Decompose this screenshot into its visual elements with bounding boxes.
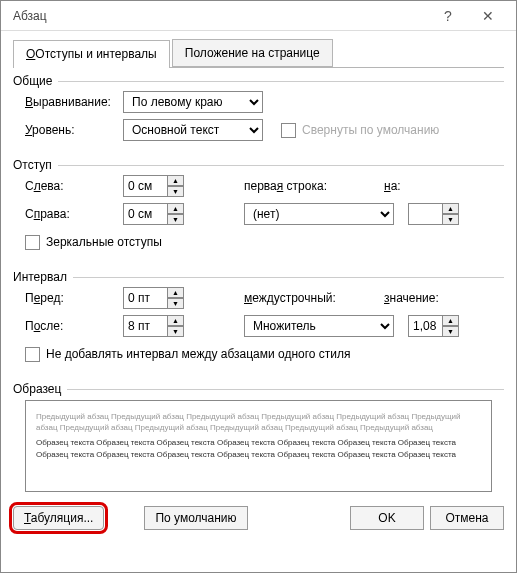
spin-down[interactable]: ▼: [167, 186, 184, 197]
level-label: Уровень:: [13, 123, 123, 137]
spin-down[interactable]: ▼: [167, 214, 184, 225]
collapse-label: Свернуты по умолчанию: [302, 123, 439, 137]
tab-indents[interactable]: ООтступы и интервалы: [13, 40, 170, 68]
spin-up[interactable]: ▲: [442, 315, 459, 326]
tabs-button[interactable]: Табуляция...: [13, 506, 104, 530]
collapse-checkbox: [281, 123, 296, 138]
spin-up[interactable]: ▲: [167, 203, 184, 214]
preview-box: Предыдущий абзац Предыдущий абзац Предыд…: [25, 400, 492, 492]
mirror-checkbox[interactable]: [25, 235, 40, 250]
spin-up[interactable]: ▲: [167, 175, 184, 186]
left-spinner[interactable]: ▲▼: [123, 175, 184, 197]
default-button[interactable]: По умолчанию: [144, 506, 247, 530]
group-common: Общие: [13, 74, 58, 88]
spacing-label: междустрочный:: [244, 291, 384, 305]
value-label: значение:: [384, 291, 439, 305]
first-line-label: первая строка:: [244, 179, 384, 193]
group-indent: Отступ: [13, 158, 58, 172]
group-interval: Интервал: [13, 270, 73, 284]
group-sample: Образец: [13, 382, 67, 396]
before-label: Перед:: [13, 291, 123, 305]
after-spinner[interactable]: ▲▼: [123, 315, 184, 337]
mirror-label: Зеркальные отступы: [46, 235, 162, 249]
on-label: на:: [384, 179, 401, 193]
spin-up[interactable]: ▲: [442, 203, 459, 214]
level-select[interactable]: Основной текст: [123, 119, 263, 141]
close-button[interactable]: ✕: [468, 8, 508, 24]
window-title: Абзац: [13, 9, 47, 23]
tab-bar: ООтступы и интервалы Положение на страни…: [13, 39, 504, 68]
right-spinner[interactable]: ▲▼: [123, 203, 184, 225]
ok-button[interactable]: OK: [350, 506, 424, 530]
title-bar: Абзац ? ✕: [1, 1, 516, 31]
first-line-select[interactable]: (нет): [244, 203, 394, 225]
on-spinner[interactable]: ▲▼: [408, 203, 459, 225]
preview-prev: Предыдущий абзац Предыдущий абзац Предыд…: [36, 411, 481, 433]
before-spinner[interactable]: ▲▼: [123, 287, 184, 309]
button-bar: Табуляция... По умолчанию OK Отмена: [1, 496, 516, 540]
nospace-label: Не добавлять интервал между абзацами одн…: [46, 347, 351, 361]
after-label: После:: [13, 319, 123, 333]
left-label: Слева:: [13, 179, 123, 193]
cancel-button[interactable]: Отмена: [430, 506, 504, 530]
align-label: Выравнивание:: [13, 95, 123, 109]
spacing-select[interactable]: Множитель: [244, 315, 394, 337]
value-spinner[interactable]: ▲▼: [408, 315, 459, 337]
spin-down[interactable]: ▼: [167, 326, 184, 337]
align-select[interactable]: По левому краю: [123, 91, 263, 113]
spin-up[interactable]: ▲: [167, 287, 184, 298]
spin-up[interactable]: ▲: [167, 315, 184, 326]
tab-position[interactable]: Положение на странице: [172, 39, 333, 67]
spin-down[interactable]: ▼: [167, 298, 184, 309]
spin-down[interactable]: ▼: [442, 326, 459, 337]
preview-sample: Образец текста Образец текста Образец те…: [36, 437, 481, 459]
spin-down[interactable]: ▼: [442, 214, 459, 225]
nospace-checkbox[interactable]: [25, 347, 40, 362]
help-button[interactable]: ?: [428, 8, 468, 24]
right-label: Справа:: [13, 207, 123, 221]
